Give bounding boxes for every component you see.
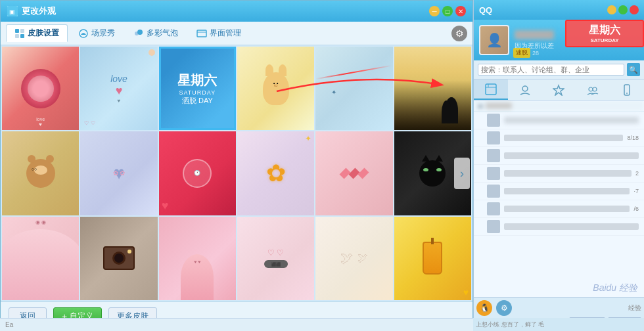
skin-item-3[interactable]: 星期六 SATURDAY 洒脱 DAY: [159, 47, 236, 130]
svg-rect-9: [197, 30, 206, 37]
qq-minimize-button[interactable]: [607, 5, 616, 14]
contact-badge-4: 2: [635, 170, 639, 177]
contact-avatar-1: [487, 114, 500, 127]
svg-rect-12: [486, 84, 496, 95]
skin-item-4[interactable]: • • ω: [237, 47, 314, 130]
window-icon: ▣: [7, 6, 18, 16]
svg-rect-5: [20, 34, 24, 38]
skin-item-5[interactable]: ✦: [315, 47, 392, 130]
skin-item-15[interactable]: ♥ ♥: [159, 217, 236, 300]
skin-item-9[interactable]: 🕐 ♥: [159, 131, 236, 215]
highlight-saturday-en: SATURDAY: [570, 37, 639, 43]
contact-name-4: [504, 170, 632, 177]
tab-bubble-label: 多彩气泡: [147, 28, 178, 39]
skin-item-10[interactable]: ✿ ✦: [237, 131, 314, 215]
svg-point-18: [593, 87, 597, 91]
qq-tab-contacts[interactable]: [508, 79, 542, 100]
footer-text-bar: 上想小练 忽百了，鲜了 毛: [473, 318, 644, 331]
qq-close-button[interactable]: [630, 5, 639, 14]
main-window: ▣ 更改外观 ─ □ ✕ 皮肤设置 场景秀 多彩气泡 界面管理 ⚙: [0, 0, 473, 331]
tab-skin[interactable]: 皮肤设置: [6, 24, 68, 42]
qq-avatar[interactable]: 👤: [479, 25, 509, 55]
contact-item-3[interactable]: [474, 147, 644, 165]
qq-bottom-icons: 🐧 ⚙ 经验: [476, 299, 641, 317]
contact-name-1: [504, 117, 639, 123]
qq-maximize-button[interactable]: [618, 5, 628, 14]
tab-scene[interactable]: 场景秀: [70, 25, 123, 41]
window-title: 更改外观: [22, 5, 429, 17]
qq-penguin-icon[interactable]: 🐧: [476, 300, 492, 316]
qq-settings-icon[interactable]: ⚙: [496, 300, 512, 316]
skin-item-2[interactable]: love ♥ ♥ ♡ ♡: [80, 47, 157, 130]
contact-name-5: [504, 188, 630, 194]
contact-name-7: [504, 223, 639, 230]
skin-item-7[interactable]: ○○: [2, 131, 79, 215]
contact-badge-5: ·7: [633, 188, 639, 194]
contact-item-7[interactable]: [474, 218, 644, 236]
contact-avatar-7: [487, 220, 500, 233]
skin-item-8[interactable]: ♥ ✿ ✿: [80, 131, 157, 215]
qq-search-input[interactable]: [478, 64, 624, 76]
contact-group-1: [474, 100, 644, 112]
next-page-button[interactable]: ›: [454, 158, 470, 189]
qq-tabs: [474, 79, 644, 100]
qq-tab-group[interactable]: [576, 79, 610, 100]
contact-avatar-5: [487, 185, 500, 198]
contact-item-6[interactable]: /6: [474, 200, 644, 218]
tab-skin-label: 皮肤设置: [28, 28, 59, 39]
title-bar: ▣ 更改外观 ─ □ ✕: [1, 1, 472, 22]
window-controls: ─ □ ✕: [429, 6, 466, 16]
skin-grid: love ♥ love ♥ ♥ ♡ ♡ 星期六 SATURDAY: [1, 45, 472, 301]
tab-bubble[interactable]: 多彩气泡: [126, 25, 186, 41]
svg-text:▣: ▣: [9, 9, 15, 15]
contact-item-2[interactable]: 8/18: [474, 129, 644, 147]
contact-name-3: [504, 152, 639, 159]
qq-tab-mobile[interactable]: [610, 79, 644, 100]
skin-item-14[interactable]: [80, 217, 157, 300]
saturday-text-english: SATURDAY: [179, 89, 216, 96]
skin-item-17[interactable]: 🕊 🕊: [315, 217, 392, 300]
maximize-button[interactable]: □: [442, 6, 453, 16]
skin-item-16[interactable]: ♡ ♡ ⬛⬛: [237, 217, 314, 300]
qq-tab-friends[interactable]: [474, 79, 508, 100]
skin-item-18[interactable]: ♥: [394, 217, 471, 300]
qq-title: QQ: [479, 5, 492, 15]
qq-search-button[interactable]: 🔍: [627, 63, 640, 76]
contact-name-2: [504, 135, 623, 141]
settings-gear-button[interactable]: ⚙: [451, 26, 467, 41]
saturday-text-sub: 洒脱 DAY: [182, 96, 213, 106]
minimize-button[interactable]: ─: [429, 6, 440, 16]
skin-item-1[interactable]: love ♥: [2, 47, 79, 130]
svg-point-8: [137, 30, 143, 35]
qq-window-controls: [607, 5, 639, 14]
svg-point-15: [522, 86, 528, 91]
svg-rect-2: [15, 29, 19, 33]
contact-avatar-6: [487, 202, 500, 215]
contact-group-header-1[interactable]: [474, 100, 644, 111]
contact-item-5[interactable]: ·7: [474, 183, 644, 200]
tab-ui[interactable]: 界面管理: [189, 25, 249, 41]
qq-profile: 👤 因为差所以差 星期六 SATURDAY 迷脱 28: [474, 20, 644, 60]
contact-item-4[interactable]: 2: [474, 165, 644, 183]
svg-rect-3: [20, 29, 24, 33]
contact-avatar-2: [487, 131, 500, 144]
svg-point-17: [589, 87, 593, 91]
contact-badge-2: 8/18: [627, 135, 639, 141]
footer-text: 上想小练 忽百了，鲜了 毛: [476, 320, 544, 329]
qq-saturday-highlight: 星期六 SATURDAY: [565, 20, 644, 47]
saturday-text-chinese: 星期六: [177, 72, 217, 89]
qq-contacts-list: 8/18 2 ·7 /6: [474, 100, 644, 297]
contact-badge-6: /6: [633, 206, 639, 212]
skin-item-11[interactable]: [315, 131, 392, 215]
qq-tab-star[interactable]: [542, 79, 576, 100]
skin-item-13[interactable]: ◉ ◉: [2, 217, 79, 300]
contact-name-6: [504, 206, 630, 212]
contact-item-1[interactable]: [474, 112, 644, 129]
svg-rect-4: [15, 34, 19, 38]
skin-item-6[interactable]: [394, 47, 471, 130]
close-button[interactable]: ✕: [455, 6, 466, 16]
contact-avatar-4: [487, 167, 500, 180]
svg-marker-16: [553, 85, 564, 95]
tab-bar: 皮肤设置 场景秀 多彩气泡 界面管理 ⚙: [1, 22, 472, 45]
tab-scene-label: 场景秀: [91, 28, 115, 39]
